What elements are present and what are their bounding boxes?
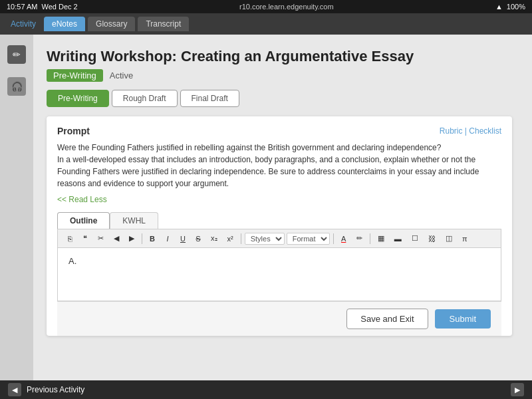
url: r10.core.learn.edgenuity.com	[239, 3, 334, 11]
prompt-title: Prompt	[57, 126, 90, 136]
bottom-bar: ◀ Previous Activity ▶	[0, 380, 532, 399]
toolbar-bar-btn[interactable]: ▬	[390, 233, 406, 245]
prompt-text: Were the Founding Fathers justified in r…	[57, 142, 501, 190]
stage-tab-prewriting[interactable]: Pre-Writing	[47, 90, 109, 107]
toolbar-italic-btn[interactable]: I	[161, 233, 174, 245]
breadcrumb-row: Pre-Writing Active	[47, 69, 512, 82]
toolbar-box-btn[interactable]: ☐	[408, 232, 422, 245]
breadcrumb-stage: Pre-Writing	[47, 69, 103, 82]
date: Wed Dec 2	[41, 3, 77, 11]
main-content: ✏ 🎧 Writing Workshop: Creating an Argume…	[0, 35, 532, 380]
top-nav: Activity eNotes Glossary Transcript	[0, 13, 532, 35]
stage-tab-finaldraft[interactable]: Final Draft	[180, 90, 239, 107]
editor-tab-outline[interactable]: Outline	[57, 212, 110, 229]
read-less[interactable]: << Read Less	[57, 195, 501, 204]
toolbar-sep-1	[142, 233, 142, 244]
toolbar-highlight-btn[interactable]: ✏	[352, 232, 366, 245]
sidebar-pencil-icon[interactable]: ✏	[7, 45, 26, 64]
stage-tabs: Pre-Writing Rough Draft Final Draft	[47, 90, 512, 107]
prev-activity-btn[interactable]: ◀ Previous Activity	[8, 383, 84, 396]
editor-toolbar: ⎘ ❝ ✂ ◀ ▶ B I U S x₂ x² Styles Format	[57, 229, 501, 248]
tab-transcript[interactable]: Transcript	[138, 17, 189, 31]
tab-enotes[interactable]: eNotes	[44, 17, 85, 31]
tab-glossary[interactable]: Glossary	[88, 17, 135, 31]
prev-activity-label: Previous Activity	[27, 385, 84, 394]
toolbar-copy-btn[interactable]: ⎘	[63, 233, 76, 245]
page-title: Writing Workshop: Creating an Argumentat…	[47, 48, 512, 65]
toolbar-format-select[interactable]: Format	[287, 233, 330, 245]
submit-button[interactable]: Submit	[435, 309, 491, 329]
toolbar-sep-3	[333, 233, 334, 244]
toolbar-styles-select[interactable]: Styles	[245, 233, 285, 245]
breadcrumb-status: Active	[110, 70, 133, 80]
toolbar-font-color-btn[interactable]: A	[337, 233, 350, 245]
toolbar-strike-btn[interactable]: S	[192, 233, 205, 245]
toolbar-bold-btn[interactable]: B	[146, 233, 159, 245]
toolbar-subscript-btn[interactable]: x₂	[207, 232, 221, 245]
toolbar-underline-btn[interactable]: U	[176, 233, 190, 245]
save-and-exit-button[interactable]: Save and Exit	[346, 309, 428, 329]
toolbar-link-btn[interactable]: ⛓	[424, 233, 440, 245]
status-bar: 10:57 AM Wed Dec 2 r10.core.learn.edgenu…	[0, 0, 532, 13]
toolbar-quote-btn[interactable]: ❝	[78, 232, 92, 245]
toolbar-sep-4	[370, 233, 370, 244]
editor-tabs: Outline KWHL	[57, 212, 501, 229]
wifi-icon: ▲	[495, 3, 503, 11]
toolbar-pi-btn[interactable]: π	[458, 233, 471, 245]
checklist-link[interactable]: Checklist	[469, 126, 501, 136]
toolbar-outdent-btn[interactable]: ◀	[110, 232, 123, 245]
editor-area[interactable]: A.	[57, 248, 501, 301]
time: 10:57 AM	[7, 3, 37, 11]
battery: 100%	[507, 3, 525, 11]
editor-tab-kwhl[interactable]: KWHL	[110, 212, 158, 229]
sidebar-headphone-icon[interactable]: 🎧	[7, 77, 26, 96]
toolbar-sep-2	[241, 233, 241, 244]
action-bar: Save and Exit Submit	[57, 301, 501, 336]
toolbar-table-btn[interactable]: ▦	[374, 232, 388, 245]
prev-arrow-icon[interactable]: ◀	[8, 383, 21, 396]
sidebar: ✏ 🎧	[0, 35, 33, 380]
toolbar-cut-btn[interactable]: ✂	[94, 232, 108, 245]
nav-activity[interactable]: Activity	[5, 17, 41, 31]
next-arrow-icon[interactable]: ▶	[511, 383, 524, 396]
page-body: Writing Workshop: Creating an Argumentat…	[33, 35, 532, 380]
toolbar-superscript-btn[interactable]: x²	[223, 233, 237, 245]
workshop-card: Prompt Rubric | Checklist Were the Found…	[47, 116, 512, 336]
toolbar-indent-btn[interactable]: ▶	[125, 232, 138, 245]
editor-content: A.	[68, 256, 76, 266]
prompt-header: Prompt Rubric | Checklist	[57, 126, 501, 136]
prompt-links: Rubric | Checklist	[440, 126, 501, 136]
rubric-link[interactable]: Rubric	[440, 126, 463, 136]
toolbar-embed-btn[interactable]: ◫	[442, 232, 456, 245]
stage-tab-roughdraft[interactable]: Rough Draft	[112, 90, 178, 107]
